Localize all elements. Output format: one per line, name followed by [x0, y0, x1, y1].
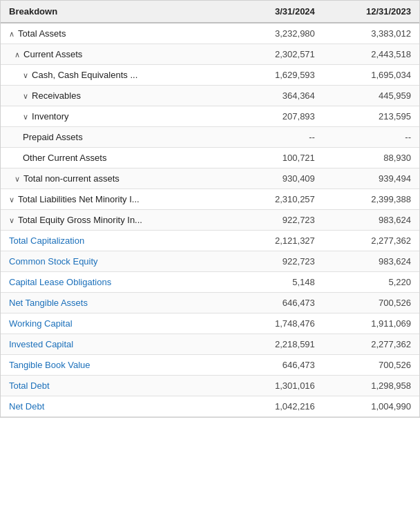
- header-date1: 3/31/2024: [235, 1, 323, 23]
- table-row: Common Stock Equity922,723983,624: [1, 251, 419, 272]
- caret-icon[interactable]: ∨: [23, 92, 30, 100]
- table-row: Net Tangible Assets646,473700,526: [1, 293, 419, 313]
- caret-icon[interactable]: ∧: [15, 50, 22, 59]
- table-row: ∧ Current Assets2,302,5712,443,518: [1, 44, 419, 65]
- row-value-q4: 2,277,362: [323, 334, 419, 355]
- table-row: Net Debt1,042,2161,004,990: [1, 396, 419, 417]
- row-value-q4: 2,277,362: [323, 231, 419, 251]
- row-label: ∨ Total non-current assets: [1, 168, 235, 189]
- row-label-text: Capital Lease Obligations: [9, 277, 111, 287]
- row-label: Working Capital: [1, 313, 235, 334]
- row-value-q1: 646,473: [235, 355, 323, 376]
- header-date2: 12/31/2023: [323, 1, 419, 23]
- row-label: ∧ Total Assets: [1, 23, 235, 44]
- row-value-q1: 1,042,216: [235, 396, 323, 417]
- row-value-q4: 3,383,012: [323, 23, 419, 44]
- row-label: ∨ Receivables: [1, 86, 235, 106]
- row-value-q1: 1,629,593: [235, 65, 323, 86]
- row-label: Total Debt: [1, 376, 235, 396]
- row-value-q1: 922,723: [235, 251, 323, 272]
- row-label: ∨ Cash, Cash Equivalents ...: [1, 65, 235, 86]
- row-value-q4: 983,624: [323, 251, 419, 272]
- row-value-q4: 88,930: [323, 148, 419, 168]
- row-label: Other Current Assets: [1, 148, 235, 168]
- table-header-row: Breakdown 3/31/2024 12/31/2023: [1, 1, 419, 23]
- row-value-q1: --: [235, 127, 323, 148]
- row-value-q1: 5,148: [235, 272, 323, 293]
- table-row: ∧ Total Assets3,232,9803,383,012: [1, 23, 419, 44]
- row-value-q4: 1,695,034: [323, 65, 419, 86]
- row-value-q1: 364,364: [235, 86, 323, 106]
- row-value-q1: 100,721: [235, 148, 323, 168]
- row-value-q4: 700,526: [323, 355, 419, 376]
- row-value-q1: 2,121,327: [235, 231, 323, 251]
- row-label-text: Common Stock Equity: [9, 256, 98, 267]
- row-value-q1: 2,218,591: [235, 334, 323, 355]
- table-row: Total Debt1,301,0161,298,958: [1, 376, 419, 396]
- caret-icon[interactable]: ∨: [9, 216, 17, 224]
- row-label-text: Tangible Book Value: [9, 360, 90, 370]
- row-label: Net Tangible Assets: [1, 293, 235, 313]
- table-row: Invested Capital2,218,5912,277,362: [1, 334, 419, 355]
- row-label-text: Total Capitalization: [9, 235, 84, 246]
- row-value-q4: 2,443,518: [323, 44, 419, 65]
- row-value-q4: --: [323, 127, 419, 148]
- row-label: Total Capitalization: [1, 231, 235, 251]
- row-value-q1: 2,302,571: [235, 44, 323, 65]
- row-value-q1: 1,748,476: [235, 313, 323, 334]
- row-label: ∧ Current Assets: [1, 44, 235, 65]
- row-value-q1: 2,310,257: [235, 189, 323, 210]
- table-row: Prepaid Assets----: [1, 127, 419, 148]
- table-row: ∨ Total non-current assets930,409939,494: [1, 168, 419, 189]
- table-row: ∨ Total Equity Gross Minority In...922,7…: [1, 210, 419, 231]
- row-label-text: Total Equity Gross Minority In...: [18, 215, 142, 225]
- row-value-q4: 1,298,958: [323, 376, 419, 396]
- row-label-text: Total Debt: [9, 380, 50, 391]
- row-label: Invested Capital: [1, 334, 235, 355]
- header-breakdown: Breakdown: [1, 1, 235, 23]
- table-row: Working Capital1,748,4761,911,069: [1, 313, 419, 334]
- row-value-q1: 3,232,980: [235, 23, 323, 44]
- row-label-text: Other Current Assets: [23, 153, 106, 163]
- row-label-text: Total Assets: [18, 28, 66, 39]
- table-row: ∨ Total Liabilities Net Minority I...2,3…: [1, 189, 419, 210]
- row-value-q1: 930,409: [235, 168, 323, 189]
- row-value-q4: 700,526: [323, 293, 419, 313]
- table-row: ∨ Receivables364,364445,959: [1, 86, 419, 106]
- row-label-text: Cash, Cash Equivalents ...: [32, 70, 137, 80]
- caret-icon[interactable]: ∧: [9, 30, 17, 38]
- row-label-text: Current Assets: [23, 49, 82, 59]
- caret-icon[interactable]: ∨: [15, 175, 22, 183]
- row-label: ∨ Total Equity Gross Minority In...: [1, 210, 235, 231]
- table-row: Other Current Assets100,72188,930: [1, 148, 419, 168]
- table-row: Capital Lease Obligations5,1485,220: [1, 272, 419, 293]
- row-value-q4: 213,595: [323, 106, 419, 127]
- row-value-q1: 922,723: [235, 210, 323, 231]
- row-label-text: Net Tangible Assets: [9, 298, 88, 308]
- row-label-text: Receivables: [32, 90, 81, 101]
- row-label-text: Net Debt: [9, 401, 44, 412]
- row-value-q4: 445,959: [323, 86, 419, 106]
- row-label-text: Total non-current assets: [23, 173, 120, 184]
- row-label: ∨ Inventory: [1, 106, 235, 127]
- caret-icon[interactable]: ∨: [23, 113, 30, 121]
- row-label-text: Working Capital: [9, 318, 73, 329]
- row-label: Tangible Book Value: [1, 355, 235, 376]
- row-value-q4: 1,004,990: [323, 396, 419, 417]
- row-label: Net Debt: [1, 396, 235, 417]
- table-row: Tangible Book Value646,473700,526: [1, 355, 419, 376]
- row-label: ∨ Total Liabilities Net Minority I...: [1, 189, 235, 210]
- row-label: Common Stock Equity: [1, 251, 235, 272]
- table-row: Total Capitalization2,121,3272,277,362: [1, 231, 419, 251]
- row-label: Capital Lease Obligations: [1, 272, 235, 293]
- row-value-q4: 5,220: [323, 272, 419, 293]
- row-label: Prepaid Assets: [1, 127, 235, 148]
- caret-icon[interactable]: ∨: [9, 195, 17, 204]
- row-value-q1: 646,473: [235, 293, 323, 313]
- table-row: ∨ Inventory207,893213,595: [1, 106, 419, 127]
- table-row: ∨ Cash, Cash Equivalents ...1,629,5931,6…: [1, 65, 419, 86]
- row-value-q1: 207,893: [235, 106, 323, 127]
- row-value-q4: 1,911,069: [323, 313, 419, 334]
- caret-icon[interactable]: ∨: [23, 71, 30, 79]
- row-value-q1: 1,301,016: [235, 376, 323, 396]
